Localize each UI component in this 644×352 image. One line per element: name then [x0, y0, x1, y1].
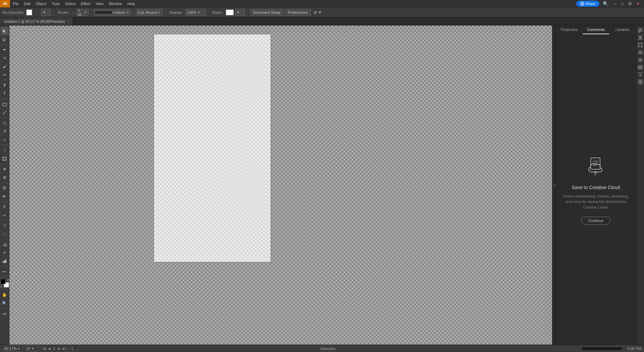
- search-button[interactable]: 🔍: [601, 0, 610, 7]
- stroke-swatch[interactable]: [34, 10, 39, 15]
- menu-file[interactable]: File: [10, 0, 21, 7]
- free-transform-tool[interactable]: [1, 155, 9, 163]
- mesh-tool[interactable]: [1, 184, 9, 192]
- svg-rect-8: [5, 160, 6, 161]
- slice-tool[interactable]: [1, 240, 9, 248]
- stroke-style-label: Uniform: [113, 10, 126, 14]
- close-tab-button[interactable]: ×: [67, 19, 69, 23]
- preferences-button[interactable]: Preferences: [285, 9, 311, 16]
- measure-icon: ⊷: [3, 269, 6, 274]
- export-icon[interactable]: [637, 71, 644, 78]
- pathfinder-icon[interactable]: [637, 49, 644, 56]
- layers-icon[interactable]: [637, 64, 644, 71]
- opacity-dropdown[interactable]: 100% ▼: [185, 9, 206, 16]
- stroke-mode-dropdown[interactable]: ▼: [41, 9, 51, 16]
- default-colors-icon[interactable]: ⊡: [0, 285, 2, 288]
- align-icon[interactable]: [637, 34, 644, 41]
- tab-libraries[interactable]: Libraries: [609, 26, 636, 34]
- minimize-button[interactable]: ─: [612, 1, 618, 6]
- zoom-dropdown[interactable]: 80.17% ▼: [3, 346, 23, 352]
- selection-tool[interactable]: [1, 27, 9, 35]
- touch-type-tool[interactable]: T̈: [1, 90, 9, 98]
- eyedropper-tool[interactable]: ⊱: [1, 203, 9, 211]
- properties-icon[interactable]: [637, 27, 644, 34]
- svg-rect-42: [638, 80, 640, 82]
- right-icon-strip: [636, 26, 644, 345]
- live-paint-tool[interactable]: ⬡: [1, 221, 9, 229]
- tab-comments[interactable]: Comments: [583, 26, 609, 34]
- stroke-cap-dropdown[interactable]: 3 pt. Round ▼: [136, 9, 163, 16]
- eraser-tool[interactable]: ◻: [1, 119, 9, 127]
- more-tools-button[interactable]: •••: [1, 310, 9, 318]
- rectangle-tool[interactable]: [1, 100, 9, 108]
- fill-swatch[interactable]: [26, 9, 32, 15]
- close-button[interactable]: ✕: [635, 1, 641, 6]
- tab-properties[interactable]: Properties: [556, 26, 583, 34]
- gradient-tool[interactable]: [1, 192, 9, 200]
- transform-icon[interactable]: [637, 42, 644, 48]
- collapse-icon: ◀: [553, 184, 555, 187]
- line-tool[interactable]: [1, 108, 9, 117]
- arrange-icon[interactable]: ⊞: [314, 10, 317, 15]
- foreground-color[interactable]: [0, 279, 6, 284]
- menu-help[interactable]: Help: [125, 0, 138, 7]
- artboard-tool[interactable]: ⬚: [1, 230, 9, 238]
- artboard-current: 1: [52, 347, 57, 351]
- restore-button[interactable]: □: [620, 1, 625, 6]
- direct-selection-tool[interactable]: [1, 35, 9, 43]
- stroke-width-input[interactable]: 1 pt ▼: [76, 9, 89, 16]
- tool-sep-8: [1, 201, 8, 202]
- artboard-prev-button[interactable]: |◀: [42, 347, 47, 350]
- menu-select[interactable]: Select: [62, 0, 78, 7]
- zoom-chevron: ▼: [17, 347, 20, 350]
- angle-dropdown[interactable]: 0° ▼: [25, 346, 39, 352]
- svg-rect-22: [638, 29, 642, 29]
- curvature-tool[interactable]: ∿: [1, 54, 9, 62]
- perspective-grid-tool[interactable]: ⊞: [1, 173, 9, 181]
- rotate-tool[interactable]: ↺: [1, 127, 9, 135]
- blend-tool[interactable]: ∞: [1, 211, 9, 219]
- opacity-value: 100%: [187, 10, 197, 14]
- blend-icon: ∞: [3, 213, 6, 217]
- canvas-area[interactable]: [9, 26, 552, 345]
- menu-type[interactable]: Type: [49, 0, 63, 7]
- style-swatch[interactable]: [226, 9, 234, 15]
- text-tool[interactable]: T: [1, 81, 9, 89]
- appearance-icon[interactable]: [637, 56, 644, 63]
- pencil-tool[interactable]: ✏: [1, 71, 9, 79]
- selection-label: No Selection: [1, 10, 25, 14]
- warp-tool[interactable]: ⌇: [1, 146, 9, 154]
- graph-tool[interactable]: [1, 257, 9, 265]
- stroke-style-dropdown[interactable]: Uniform ▼: [94, 9, 131, 16]
- shape-builder-tool[interactable]: ⊕: [1, 165, 9, 173]
- symbol-sprayer-tool[interactable]: ✳: [1, 249, 9, 257]
- menu-effect[interactable]: Effect: [78, 0, 93, 7]
- svg-rect-15: [4, 260, 5, 263]
- brush-tool[interactable]: 🖌: [1, 62, 9, 71]
- menu-object[interactable]: Object: [33, 0, 49, 7]
- document-setup-button[interactable]: Document Setup: [250, 9, 284, 16]
- artboard-next-button[interactable]: ▶|: [62, 347, 67, 350]
- measure-tool[interactable]: ⊷: [1, 267, 9, 275]
- continue-button[interactable]: Continue: [581, 217, 610, 225]
- maximize-button[interactable]: ⊟: [627, 1, 633, 6]
- share-button[interactable]: Share: [576, 1, 599, 7]
- pen-tool[interactable]: ✒: [1, 46, 9, 54]
- document-tab[interactable]: Untitled-2 @ 80.17 % (RGB/Preview) ×: [0, 17, 73, 25]
- styles-dropdown[interactable]: ▼: [235, 9, 245, 16]
- assets-icon[interactable]: [637, 79, 644, 85]
- swap-colors-icon[interactable]: ⇄: [7, 278, 10, 281]
- scale-tool[interactable]: ⤢: [1, 136, 9, 144]
- stroke-chevron: ▼: [84, 11, 87, 14]
- menu-window[interactable]: Window: [106, 0, 125, 7]
- zoom-tool[interactable]: 🔍: [1, 299, 9, 307]
- svg-rect-24: [638, 31, 642, 32]
- hand-tool[interactable]: ✋: [1, 291, 9, 299]
- arrange-icon2[interactable]: ▼: [318, 10, 322, 15]
- artboard-next-step-button[interactable]: ▶: [57, 347, 61, 350]
- text-icon: T: [3, 83, 6, 88]
- menu-edit[interactable]: Edit: [21, 0, 33, 7]
- menu-view[interactable]: View: [93, 0, 106, 7]
- panel-collapse-handle[interactable]: ◀: [552, 26, 555, 345]
- artboard-prev-step-button[interactable]: ◀: [47, 347, 51, 350]
